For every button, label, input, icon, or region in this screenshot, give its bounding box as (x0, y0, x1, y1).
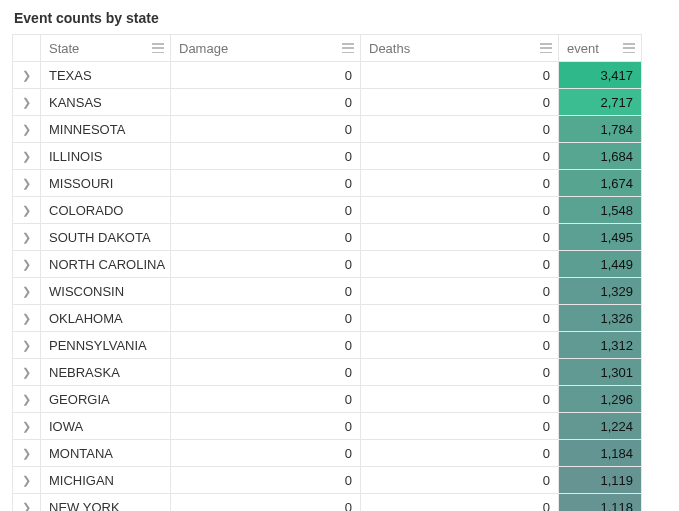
column-header-state[interactable]: State (41, 35, 171, 61)
cell-event: 1,449 (559, 251, 641, 277)
hamburger-icon[interactable] (152, 43, 164, 53)
hamburger-icon[interactable] (540, 43, 552, 53)
table-row[interactable]: ❯SOUTH DAKOTA001,495 (13, 224, 641, 251)
table-row[interactable]: ❯MISSOURI001,674 (13, 170, 641, 197)
table-row[interactable]: ❯MICHIGAN001,119 (13, 467, 641, 494)
column-header-damage[interactable]: Damage (171, 35, 361, 61)
cell-event: 1,224 (559, 413, 641, 439)
table-row[interactable]: ❯IOWA001,224 (13, 413, 641, 440)
cell-deaths: 0 (361, 305, 559, 331)
cell-state: COLORADO (41, 197, 171, 223)
table-row[interactable]: ❯NEW YORK001,118 (13, 494, 641, 511)
cell-event: 1,784 (559, 116, 641, 142)
expand-toggle[interactable]: ❯ (13, 224, 41, 250)
cell-damage: 0 (171, 494, 361, 511)
chevron-right-icon: ❯ (22, 150, 31, 163)
expand-toggle[interactable]: ❯ (13, 278, 41, 304)
expand-toggle[interactable]: ❯ (13, 359, 41, 385)
cell-deaths: 0 (361, 278, 559, 304)
table-row[interactable]: ❯GEORGIA001,296 (13, 386, 641, 413)
chevron-right-icon: ❯ (22, 312, 31, 325)
chevron-right-icon: ❯ (22, 501, 31, 511)
expand-toggle[interactable]: ❯ (13, 305, 41, 331)
chevron-right-icon: ❯ (22, 420, 31, 433)
header-row: State Damage Deaths event (13, 35, 641, 62)
cell-damage: 0 (171, 359, 361, 385)
cell-state: NEW YORK (41, 494, 171, 511)
cell-damage: 0 (171, 89, 361, 115)
expand-toggle[interactable]: ❯ (13, 386, 41, 412)
cell-deaths: 0 (361, 251, 559, 277)
column-label: State (49, 41, 79, 56)
expand-toggle[interactable]: ❯ (13, 251, 41, 277)
cell-state: MINNESOTA (41, 116, 171, 142)
column-header-deaths[interactable]: Deaths (361, 35, 559, 61)
table-row[interactable]: ❯NEBRASKA001,301 (13, 359, 641, 386)
expand-toggle[interactable]: ❯ (13, 332, 41, 358)
data-grid: State Damage Deaths event ❯TEXAS003,417❯… (12, 34, 642, 511)
cell-event: 2,717 (559, 89, 641, 115)
cell-state: MICHIGAN (41, 467, 171, 493)
column-label: event (567, 41, 599, 56)
cell-state: ILLINOIS (41, 143, 171, 169)
cell-damage: 0 (171, 413, 361, 439)
cell-damage: 0 (171, 197, 361, 223)
table-row[interactable]: ❯MINNESOTA001,784 (13, 116, 641, 143)
expand-toggle[interactable]: ❯ (13, 89, 41, 115)
cell-damage: 0 (171, 251, 361, 277)
cell-deaths: 0 (361, 224, 559, 250)
table-row[interactable]: ❯PENNSYLVANIA001,312 (13, 332, 641, 359)
chevron-right-icon: ❯ (22, 474, 31, 487)
expand-toggle[interactable]: ❯ (13, 197, 41, 223)
cell-event: 1,548 (559, 197, 641, 223)
table-row[interactable]: ❯WISCONSIN001,329 (13, 278, 641, 305)
table-row[interactable]: ❯ILLINOIS001,684 (13, 143, 641, 170)
chevron-right-icon: ❯ (22, 366, 31, 379)
table-row[interactable]: ❯TEXAS003,417 (13, 62, 641, 89)
cell-deaths: 0 (361, 170, 559, 196)
cell-state: TEXAS (41, 62, 171, 88)
cell-state: IOWA (41, 413, 171, 439)
cell-event: 1,118 (559, 494, 641, 511)
cell-state: MONTANA (41, 440, 171, 466)
cell-state: OKLAHOMA (41, 305, 171, 331)
cell-deaths: 0 (361, 413, 559, 439)
cell-deaths: 0 (361, 386, 559, 412)
cell-event: 1,329 (559, 278, 641, 304)
cell-damage: 0 (171, 305, 361, 331)
column-label: Damage (179, 41, 228, 56)
hamburger-icon[interactable] (623, 43, 635, 53)
cell-deaths: 0 (361, 116, 559, 142)
column-header-event[interactable]: event (559, 35, 641, 61)
table-row[interactable]: ❯NORTH CAROLINA001,449 (13, 251, 641, 278)
cell-deaths: 0 (361, 89, 559, 115)
expand-header (13, 35, 41, 61)
cell-event: 1,312 (559, 332, 641, 358)
chevron-right-icon: ❯ (22, 204, 31, 217)
cell-event: 1,326 (559, 305, 641, 331)
cell-event: 1,119 (559, 467, 641, 493)
expand-toggle[interactable]: ❯ (13, 143, 41, 169)
cell-state: WISCONSIN (41, 278, 171, 304)
table-row[interactable]: ❯MONTANA001,184 (13, 440, 641, 467)
table-row[interactable]: ❯COLORADO001,548 (13, 197, 641, 224)
cell-damage: 0 (171, 224, 361, 250)
expand-toggle[interactable]: ❯ (13, 467, 41, 493)
cell-damage: 0 (171, 440, 361, 466)
expand-toggle[interactable]: ❯ (13, 413, 41, 439)
cell-state: MISSOURI (41, 170, 171, 196)
expand-toggle[interactable]: ❯ (13, 440, 41, 466)
chevron-right-icon: ❯ (22, 285, 31, 298)
cell-damage: 0 (171, 62, 361, 88)
table-row[interactable]: ❯KANSAS002,717 (13, 89, 641, 116)
expand-toggle[interactable]: ❯ (13, 494, 41, 511)
expand-toggle[interactable]: ❯ (13, 170, 41, 196)
cell-damage: 0 (171, 386, 361, 412)
cell-state: KANSAS (41, 89, 171, 115)
cell-deaths: 0 (361, 494, 559, 511)
hamburger-icon[interactable] (342, 43, 354, 53)
expand-toggle[interactable]: ❯ (13, 116, 41, 142)
table-row[interactable]: ❯OKLAHOMA001,326 (13, 305, 641, 332)
expand-toggle[interactable]: ❯ (13, 62, 41, 88)
cell-deaths: 0 (361, 62, 559, 88)
